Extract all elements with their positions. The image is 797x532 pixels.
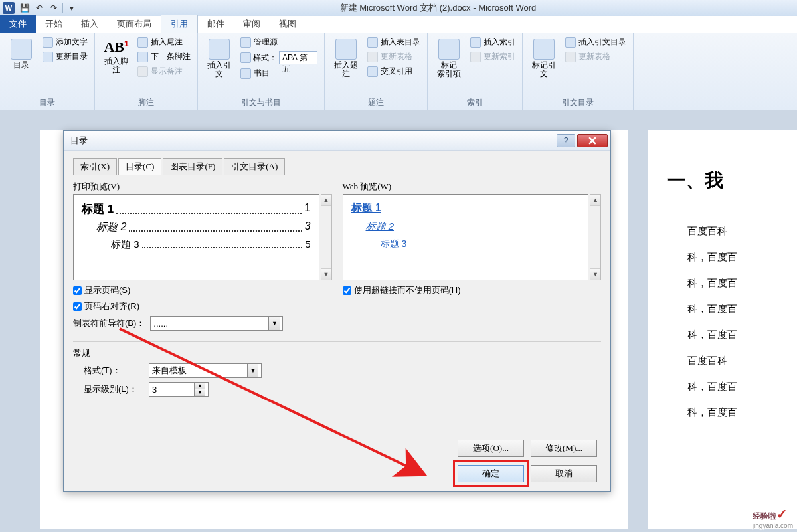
dialog-titlebar[interactable]: 目录 ? <box>64 131 610 151</box>
caption-icon <box>335 39 357 60</box>
chevron-down-icon: ▼ <box>247 364 258 377</box>
tab-view[interactable]: 视图 <box>270 15 306 33</box>
group-label-toc: 目录 <box>5 96 89 108</box>
show-notes-icon <box>137 66 148 77</box>
format-label: 格式(T)： <box>84 365 143 377</box>
insert-footnote-button[interactable]: AB1 插入脚注 <box>100 36 132 77</box>
save-icon[interactable]: 💾 <box>17 1 32 15</box>
group-footnote: AB1 插入脚注 插入尾注 下一条脚注 显示备注 脚注 <box>95 33 198 110</box>
mark-citation-button[interactable]: 标记引文 <box>528 36 560 81</box>
doc-paragraph: 科，百度百 <box>667 374 790 400</box>
scroll-down-icon[interactable]: ▼ <box>321 268 331 280</box>
modify-button[interactable]: 修改(M)... <box>531 440 597 457</box>
footnote-label: 插入脚注 <box>102 57 131 74</box>
tab-references[interactable]: 引用 <box>161 15 198 33</box>
group-citation: 插入引文 管理源 样式： APA 第五 书目 引文与书目 <box>198 33 325 110</box>
doc-paragraph: 科，百度百 <box>667 296 790 322</box>
mark-index-label: 标记 索引项 <box>437 61 461 78</box>
use-hyperlinks-checkbox[interactable] <box>343 286 351 295</box>
doc-paragraph: 科，百度百 <box>667 244 790 270</box>
doc-paragraph: 百度百科 <box>667 219 790 244</box>
manage-sources-icon <box>240 37 251 48</box>
qat-customize-icon[interactable]: ▾ <box>64 1 79 15</box>
insert-citation-button[interactable]: 插入引文 <box>203 36 235 81</box>
bibliography-icon <box>240 68 251 79</box>
next-footnote-button[interactable]: 下一条脚注 <box>136 50 192 63</box>
insert-table-figures-button[interactable]: 插入表目录 <box>366 36 422 48</box>
close-button[interactable] <box>577 134 608 147</box>
print-preview-label: 打印预览(V) <box>73 181 332 193</box>
table-figures-icon <box>367 37 378 48</box>
crossref-icon <box>367 66 378 77</box>
tab-file[interactable]: 文件 <box>0 15 36 33</box>
ribbon: 目录 添加文字 更新目录 目录 AB1 插入脚注 插入尾注 下一条脚注 显示备注… <box>0 33 797 110</box>
levels-spinner[interactable]: 3 ▲ ▼ <box>149 382 209 397</box>
endnote-icon <box>137 37 148 48</box>
spinner-up-icon[interactable]: ▲ <box>195 383 205 389</box>
help-button[interactable]: ? <box>557 134 575 147</box>
chevron-down-icon: ▼ <box>268 317 280 330</box>
scroll-down-icon[interactable]: ▼ <box>590 268 600 280</box>
update-authorities-icon <box>565 52 576 62</box>
group-label-caption: 题注 <box>330 96 422 108</box>
update-table-icon <box>367 52 378 62</box>
dialog-tab-toc[interactable]: 目录(C) <box>118 158 161 175</box>
tab-mail[interactable]: 邮件 <box>198 15 234 33</box>
leader-label: 制表符前导符(B)： <box>73 317 145 329</box>
toc-icon <box>11 39 32 60</box>
dialog-tab-index[interactable]: 索引(X) <box>73 158 117 175</box>
scroll-up-icon[interactable]: ▲ <box>321 195 331 206</box>
mark-index-button[interactable]: 标记 索引项 <box>433 36 465 81</box>
update-index-icon <box>470 52 481 62</box>
mark-citation-label: 标记引文 <box>529 61 559 78</box>
spinner-down-icon[interactable]: ▼ <box>195 389 205 396</box>
web-preview-box: 标题 1 标题 2 标题 3 <box>343 194 589 280</box>
app-title: 新建 Microsoft Word 文档 (2).docx - Microsof… <box>79 2 797 14</box>
scrollbar[interactable]: ▲ ▼ <box>590 194 601 280</box>
cancel-button[interactable]: 取消 <box>531 465 597 482</box>
format-select[interactable]: 来自模板 ▼ <box>149 363 262 378</box>
document-page: 一、我 百度百科 科，百度百 科，百度百 科，百度百 科，百度百 百度百科 科，… <box>648 130 797 529</box>
bibliography-button[interactable]: 书目 <box>239 67 319 80</box>
dialog-title: 目录 <box>70 135 557 147</box>
insert-index-icon <box>470 37 481 48</box>
check-icon: ✓ <box>776 507 788 521</box>
group-authorities: 标记引文 插入引文目录 更新表格 引文目录 <box>523 33 634 110</box>
update-toc-button[interactable]: 更新目录 <box>41 50 89 63</box>
group-toc: 目录 添加文字 更新目录 目录 <box>0 33 95 110</box>
redo-icon[interactable]: ↷ <box>46 1 61 15</box>
manage-sources-button[interactable]: 管理源 <box>239 36 319 48</box>
tab-review[interactable]: 审阅 <box>234 15 270 33</box>
cross-reference-button[interactable]: 交叉引用 <box>366 65 422 78</box>
toc-button[interactable]: 目录 <box>5 36 37 72</box>
toc-dialog: 目录 ? 索引(X) 目录(C) 图表目录(F) 引文目录(A) 打印预览(V)… <box>63 130 611 492</box>
style-icon <box>240 52 251 63</box>
citation-style-select[interactable]: APA 第五 <box>279 51 317 64</box>
insert-index-button[interactable]: 插入索引 <box>469 36 517 48</box>
group-index: 标记 索引项 插入索引 更新索引 索引 <box>428 33 523 110</box>
insert-caption-button[interactable]: 插入题注 <box>330 36 362 81</box>
group-label-authorities: 引文目录 <box>528 96 628 108</box>
next-footnote-icon <box>137 52 148 62</box>
update-index-button: 更新索引 <box>469 50 517 63</box>
qat-separator <box>62 3 63 13</box>
group-label-index: 索引 <box>433 96 517 108</box>
undo-icon[interactable]: ↶ <box>32 1 46 15</box>
show-page-numbers-checkbox[interactable] <box>73 286 82 295</box>
tab-insert[interactable]: 插入 <box>72 15 108 33</box>
options-button[interactable]: 选项(O)... <box>458 440 524 457</box>
dialog-tab-authorities[interactable]: 引文目录(A) <box>224 158 285 175</box>
tab-home[interactable]: 开始 <box>36 15 72 33</box>
insert-authorities-button[interactable]: 插入引文目录 <box>564 36 628 48</box>
scroll-up-icon[interactable]: ▲ <box>590 195 600 206</box>
ok-button[interactable]: 确定 <box>458 465 524 482</box>
add-text-button[interactable]: 添加文字 <box>41 36 89 48</box>
tab-layout[interactable]: 页面布局 <box>108 15 161 33</box>
doc-paragraph: 百度百科 <box>667 348 790 374</box>
insert-endnote-button[interactable]: 插入尾注 <box>136 36 192 48</box>
print-preview-box: 标题 11 标题 23 标题 35 <box>73 194 319 280</box>
scrollbar[interactable]: ▲ ▼ <box>321 194 332 280</box>
dialog-tab-figures[interactable]: 图表目录(F) <box>163 158 222 175</box>
right-align-checkbox[interactable] <box>73 302 82 311</box>
tab-leader-select[interactable]: ...... ▼ <box>150 316 283 331</box>
